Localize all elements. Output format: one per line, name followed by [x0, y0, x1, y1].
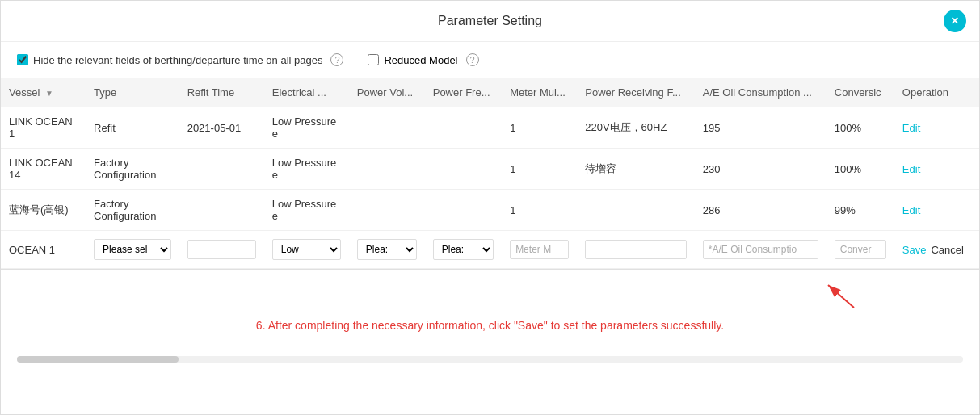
powerfreq-select[interactable]: Plea: [433, 239, 494, 260]
cell-powerfreq [425, 190, 502, 231]
cell-refit [179, 190, 264, 231]
cell-meter: 1 [502, 107, 577, 149]
col-header-refit: Refit Time [179, 78, 264, 107]
cell-ae-editing [695, 231, 826, 269]
cancel-link[interactable]: Cancel [931, 244, 963, 256]
reduced-model-wrap: Reduced Model ? [368, 53, 478, 66]
footer-note: 6. After completing the necessary inform… [17, 303, 963, 340]
ae-input[interactable] [703, 240, 818, 259]
cell-meter: 1 [502, 149, 577, 190]
cell-operation: Edit [894, 190, 979, 231]
powervol-select[interactable]: Plea: [357, 239, 417, 260]
cell-type: Refit [86, 107, 179, 149]
table-row-editing: OCEAN 1 Please sel Low Plea: [1, 231, 979, 269]
cell-operation: Edit [894, 149, 979, 190]
col-header-powerrec: Power Receiving F... [577, 78, 695, 107]
scrollbar-thumb[interactable] [17, 356, 179, 363]
cell-type-editing: Please sel [86, 231, 179, 269]
cell-meter: 1 [502, 190, 577, 231]
col-header-meter: Meter Mul... [502, 78, 577, 107]
cell-vessel: LINK OCEAN 14 [1, 149, 86, 190]
modal-title: Parameter Setting [438, 14, 542, 28]
col-header-conversion: Conversic [826, 78, 894, 107]
cell-operation-editing: SaveCancel [894, 231, 979, 269]
cell-powerfreq [425, 149, 502, 190]
cell-type: Factory Configuration [86, 190, 179, 231]
cell-vessel: 蓝海号(高银) [1, 190, 86, 231]
cell-vessel-editing: OCEAN 1 [1, 231, 86, 269]
cell-conversion: 100% [826, 107, 894, 149]
cell-type: Factory Configuration [86, 149, 179, 190]
cell-powerfreq-editing: Plea: [425, 231, 502, 269]
hide-fields-checkbox[interactable] [17, 54, 28, 65]
cell-powervol [349, 149, 425, 190]
cell-refit [179, 149, 264, 190]
save-link[interactable]: Save [902, 244, 927, 256]
col-header-operation: Operation [894, 78, 979, 107]
cell-powervol [349, 190, 425, 231]
cell-meter-editing [502, 231, 577, 269]
cell-powerfreq [425, 107, 502, 149]
cell-ae: 286 [695, 190, 826, 231]
hide-fields-label[interactable]: Hide the relevant fields of berthing/dep… [17, 53, 343, 66]
edit-link-row2[interactable]: Edit [902, 204, 920, 216]
toolbar: Hide the relevant fields of berthing/dep… [1, 42, 979, 78]
edit-link-row0[interactable]: Edit [902, 122, 920, 134]
reduced-model-help-icon[interactable]: ? [466, 53, 479, 66]
col-header-powerfreq: Power Fre... [425, 78, 502, 107]
col-header-vessel[interactable]: Vessel ▼ [1, 78, 86, 107]
edit-link-row1[interactable]: Edit [902, 163, 920, 175]
parameter-table: Vessel ▼ Type Refit Time Electrical ... … [1, 78, 979, 269]
hide-fields-text: Hide the relevant fields of berthing/dep… [33, 54, 322, 66]
cell-powerrec: 待增容 [577, 149, 695, 190]
cell-operation: Edit [894, 107, 979, 149]
cell-conversion: 100% [826, 149, 894, 190]
col-header-type: Type [86, 78, 179, 107]
close-button[interactable]: × [944, 10, 966, 32]
cell-powervol-editing: Plea: [349, 231, 425, 269]
powerrec-input[interactable] [585, 240, 687, 259]
bottom-note-wrap: 6. After completing the necessary inform… [1, 279, 979, 348]
cell-powerrec: 220V电压，60HZ [577, 107, 695, 149]
cell-conversion: 99% [826, 190, 894, 231]
cell-refit-editing [179, 231, 264, 269]
col-header-powervol: Power Vol... [349, 78, 425, 107]
reduced-model-label: Reduced Model [384, 54, 457, 66]
table-divider [1, 269, 979, 270]
col-header-ae: A/E Oil Consumption ... [695, 78, 826, 107]
modal-header: Parameter Setting × [1, 1, 979, 42]
cell-electrical: Low Pressure e [264, 190, 349, 231]
cell-vessel: LINK OCEAN 1 [1, 107, 86, 149]
cell-ae: 195 [695, 107, 826, 149]
cell-powerrec-editing [577, 231, 695, 269]
conv-input[interactable] [835, 240, 886, 259]
horizontal-scrollbar[interactable] [17, 356, 963, 363]
meter-input[interactable] [510, 240, 569, 259]
table-row: LINK OCEAN 14 Factory Configuration Low … [1, 149, 979, 190]
sort-icon-vessel: ▼ [45, 89, 53, 98]
reduced-model-checkbox[interactable] [368, 54, 379, 65]
cell-refit: 2021-05-01 [179, 107, 264, 149]
col-header-electrical: Electrical ... [264, 78, 349, 107]
cell-electrical: Low Pressure e [264, 149, 349, 190]
modal-container: Parameter Setting × Hide the relevant fi… [0, 0, 980, 415]
electrical-select[interactable]: Low [272, 239, 341, 260]
table-header-row: Vessel ▼ Type Refit Time Electrical ... … [1, 78, 979, 107]
hide-fields-help-icon[interactable]: ? [330, 53, 343, 66]
cell-conv-editing [826, 231, 894, 269]
refit-input[interactable] [187, 240, 256, 259]
cell-electrical-editing: Low [264, 231, 349, 269]
table-row: LINK OCEAN 1 Refit 2021-05-01 Low Pressu… [1, 107, 979, 149]
cell-electrical: Low Pressure e [264, 107, 349, 149]
cell-powervol [349, 107, 425, 149]
table-row: 蓝海号(高银) Factory Configuration Low Pressu… [1, 190, 979, 231]
type-select[interactable]: Please sel [94, 239, 171, 260]
cell-powerrec [577, 190, 695, 231]
cell-ae: 230 [695, 149, 826, 190]
